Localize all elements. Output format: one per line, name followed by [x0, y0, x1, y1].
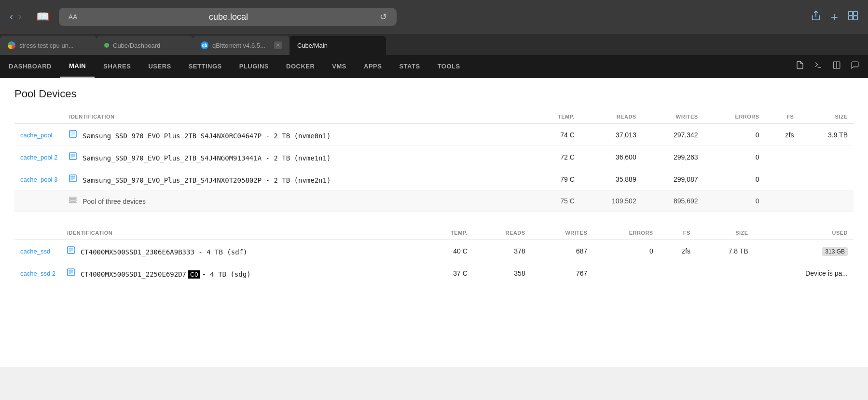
tab-cube-main[interactable]: Cube/Main: [289, 36, 386, 55]
nav-item-settings[interactable]: SETTINGS: [180, 55, 231, 78]
nav-item-dashboard[interactable]: DASHBOARD: [0, 55, 60, 78]
bookmarks-icon[interactable]: 📖: [36, 11, 49, 23]
pool-link-cache-pool-3[interactable]: cache_pool 3: [20, 176, 57, 183]
th-writes-2: WRITES: [531, 226, 593, 240]
svg-rect-14: [70, 154, 75, 155]
nav-item-plugins[interactable]: PLUGINS: [231, 55, 277, 78]
tab-google[interactable]: stress test cpu un...: [0, 36, 96, 55]
th-reads: READS: [580, 110, 642, 124]
device-name: Samsung_SSD_970_EVO_Plus_2TB_S4J4NX0RC04…: [83, 132, 331, 140]
fs-cell: [659, 262, 696, 284]
th-errors: ERRORS: [704, 110, 765, 124]
pool-table-2: IDENTIFICATION TEMP. READS WRITES ERRORS…: [14, 226, 854, 284]
table-row: cache_pool 3 Samsung_SSD_: [14, 168, 854, 190]
table-row: cache_ssd 2 CT4000MX500SS: [14, 262, 854, 284]
svg-rect-35: [69, 273, 71, 274]
nav-item-shares[interactable]: SHARES: [95, 55, 139, 78]
svg-rect-9: [70, 132, 75, 133]
nav-item-stats[interactable]: STATS: [390, 55, 428, 78]
black-overlay-text: C0: [188, 270, 200, 279]
nav-item-main[interactable]: MAIN: [60, 55, 95, 78]
app-nav: DASHBOARD MAIN SHARES USERS SETTINGS PLU…: [0, 55, 868, 78]
th-used-2: USED: [754, 226, 854, 240]
fs-cell: [765, 168, 800, 190]
svg-rect-20: [70, 177, 75, 178]
summary-description: Pool of three devices: [63, 190, 532, 212]
reads-cell: 36,600: [580, 146, 642, 168]
reload-icon[interactable]: ↺: [380, 12, 387, 22]
nav-item-vms[interactable]: VMS: [323, 55, 355, 78]
forward-button[interactable]: ›: [18, 11, 21, 23]
svg-rect-32: [69, 270, 73, 271]
th-identification-2: IDENTIFICATION: [61, 226, 421, 240]
writes-cell: 299,087: [642, 168, 704, 190]
pool-section-2: IDENTIFICATION TEMP. READS WRITES ERRORS…: [14, 226, 854, 284]
address-bar[interactable]: AA cube.local ↺: [59, 8, 397, 26]
summary-size: [799, 190, 854, 212]
nav-item-users[interactable]: USERS: [139, 55, 179, 78]
nav-icon-split[interactable]: [828, 58, 845, 75]
share-button[interactable]: [811, 10, 821, 24]
svg-rect-4: [854, 16, 857, 20]
add-tab-button[interactable]: +: [831, 10, 838, 25]
device-name: Samsung_SSD_970_EVO_Plus_2TB_S4J4NG0M913…: [83, 154, 331, 162]
nav-icon-chat[interactable]: [847, 58, 863, 75]
summary-temp: 75 C: [532, 190, 580, 212]
size-cell: [799, 168, 854, 190]
writes-cell: 297,342: [642, 124, 704, 146]
used-badge: 313 GB: [822, 247, 848, 256]
errors-cell: [593, 262, 659, 284]
browser-toolbar: ‹ › 📖 AA cube.local ↺ +: [0, 0, 868, 34]
pool-section-1: IDENTIFICATION TEMP. READS WRITES ERRORS…: [14, 110, 854, 212]
th-size-2: SIZE: [696, 226, 754, 240]
tab-google-title: stress test cpu un...: [19, 42, 74, 49]
svg-rect-15: [70, 155, 75, 156]
nav-item-apps[interactable]: APPS: [355, 55, 390, 78]
pool-link-cell[interactable]: cache_ssd: [14, 240, 61, 262]
table-header-row-2: IDENTIFICATION TEMP. READS WRITES ERRORS…: [14, 226, 854, 240]
size-cell: [799, 146, 854, 168]
temp-cell: 79 C: [532, 168, 580, 190]
nav-item-tools[interactable]: TOOLS: [429, 55, 469, 78]
pool-link-cache-ssd[interactable]: cache_ssd: [20, 248, 50, 255]
table-row: cache_pool 2 Samsung_SSD_: [14, 146, 854, 168]
reader-mode-label[interactable]: AA: [69, 13, 78, 21]
summary-empty: [14, 190, 63, 212]
device-cell: Samsung_SSD_970_EVO_Plus_2TB_S4J4NX0RC04…: [63, 124, 532, 146]
tab-active-indicator: [104, 43, 109, 48]
pool-link-cache-pool-2[interactable]: cache_pool 2: [20, 154, 57, 161]
summary-reads: 109,502: [580, 190, 642, 212]
device-name: Samsung_SSD_970_EVO_Plus_2TB_S4J4NX0T205…: [83, 176, 331, 184]
nav-item-docker[interactable]: DOCKER: [277, 55, 323, 78]
pool-link-cell[interactable]: cache_ssd 2: [14, 262, 61, 284]
tab-cube-dashboard[interactable]: Cube/Dashboard: [96, 36, 193, 55]
pool-link-cache-pool[interactable]: cache_pool: [20, 132, 53, 139]
th-size: SIZE: [799, 110, 854, 124]
th-reads-2: READS: [473, 226, 531, 240]
url-display: cube.local: [209, 12, 248, 22]
browser-actions: +: [811, 10, 858, 25]
svg-rect-29: [69, 250, 73, 251]
temp-cell: 72 C: [532, 146, 580, 168]
tabs-overview-button[interactable]: [848, 10, 858, 24]
temp-cell: 37 C: [421, 262, 473, 284]
nav-icon-file[interactable]: [792, 58, 808, 75]
tab-qbittorrent[interactable]: qb qBittorrent v4.6.5... ✕: [193, 36, 289, 55]
svg-rect-34: [69, 272, 73, 273]
pool-link-cell[interactable]: cache_pool 2: [14, 146, 63, 168]
pool-link-cell[interactable]: cache_pool 3: [14, 168, 63, 190]
browser-tabs: stress test cpu un... Cube/Dashboard qb …: [0, 34, 868, 55]
pool-link-cell[interactable]: cache_pool: [14, 124, 63, 146]
th-pool-name-2: [14, 226, 61, 240]
back-button[interactable]: ‹: [10, 11, 13, 23]
pool-link-cache-ssd-2[interactable]: cache_ssd 2: [20, 270, 55, 277]
ssd-icon: [69, 130, 77, 138]
svg-rect-30: [69, 251, 71, 252]
tab-close-button[interactable]: ✕: [274, 41, 282, 49]
device-name-cont: - 4 TB (sdg): [202, 270, 250, 278]
svg-rect-10: [70, 133, 75, 133]
app-nav-right: [792, 58, 868, 75]
writes-cell: 767: [531, 262, 593, 284]
table-row: cache_ssd CT4000MX500SSD1: [14, 240, 854, 262]
nav-icon-terminal[interactable]: [810, 58, 827, 75]
